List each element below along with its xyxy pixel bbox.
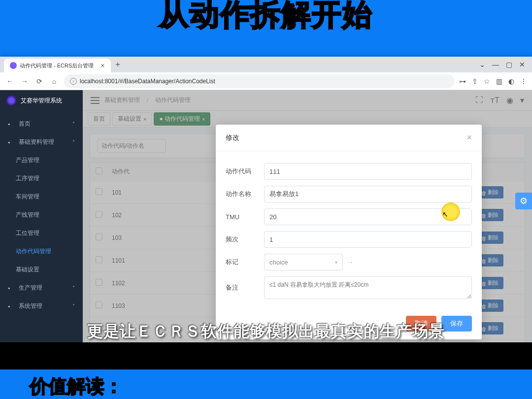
label-name: 动作名称	[226, 190, 264, 199]
url-text: localhost:8001/#/BaseDataManager/ActionC…	[80, 78, 215, 85]
menu-icon[interactable]: ⋮	[520, 77, 527, 85]
edit-modal: 修改 × 动作代码 动作名称 TMU	[216, 125, 482, 339]
modal-header: 修改 ×	[216, 125, 482, 151]
app-name: 艾赛华管理系统	[21, 97, 62, 105]
textarea-note[interactable]	[264, 276, 472, 299]
input-freq[interactable]	[264, 231, 472, 248]
sidebar-label: 动作代码管理	[16, 247, 51, 256]
minimize-icon[interactable]: —	[492, 61, 499, 68]
modal-body: 动作代码 动作名称 TMU 频次	[216, 151, 482, 311]
browser-window: 动作代码管理 - ECRS后台管理 × + ⌄ — ▢ ✕ ← → ⟳ ⌂ i …	[0, 57, 532, 342]
favicon-icon	[10, 62, 17, 69]
video-subtitle: 更是让ＥＣＲＳ软件能够模拟出最真实的生产场景	[0, 321, 532, 342]
app-logo[interactable]: 艾赛华管理系统	[0, 90, 83, 111]
sidebar-label: 基础设置	[16, 266, 39, 274]
select-tag[interactable]: choice ▾	[264, 254, 343, 270]
sidebar-label: 产品管理	[16, 156, 39, 165]
sidebar-item[interactable]: 工位管理	[0, 224, 83, 242]
window-controls: ⌄ — ▢ ✕	[479, 61, 532, 68]
input-code[interactable]	[264, 163, 472, 180]
modal-title: 修改	[226, 133, 239, 142]
sidebar-label: 首页	[19, 120, 31, 128]
main-area: 基础资料管理 / 动作代码管理 ⛶ ᴛT ◉ ▾ 首页基础设置 ×● 动作代码管…	[83, 90, 532, 342]
folder-icon: ▪	[8, 285, 15, 292]
folder-icon: ▪	[8, 139, 15, 146]
close-icon[interactable]: ✕	[519, 61, 525, 68]
reload-button[interactable]: ⟳	[34, 76, 44, 86]
label-freq: 频次	[226, 235, 264, 244]
sidebar-item[interactable]: 工序管理	[0, 169, 83, 188]
tab-close-icon[interactable]: ×	[100, 62, 104, 69]
footer-blue-band: 价值解读：	[0, 369, 532, 399]
sidebar-label: 生产管理	[19, 284, 42, 292]
chevron-down-icon: ▾	[335, 260, 337, 265]
arrow-right-icon[interactable]: →	[347, 258, 354, 266]
label-note: 备注	[226, 283, 264, 292]
label-code: 动作代码	[226, 167, 264, 176]
chevron-icon: ˄	[72, 139, 75, 145]
tab-title: 动作代码管理 - ECRS后台管理	[20, 62, 94, 69]
sidebar-item[interactable]: ▪首页˅	[0, 115, 83, 133]
addr-actions: ⊶ ⇪ ☆ ▥ ◐ ⋮	[459, 77, 527, 85]
footer-label: 价值解读：	[30, 374, 123, 399]
sidebar-label: 产线管理	[16, 211, 39, 219]
banner-top: 从动作拆解开始	[0, 0, 532, 47]
extension-icon[interactable]: ▥	[496, 77, 502, 85]
new-tab-button[interactable]: +	[111, 60, 125, 69]
sidebar-item[interactable]: 基础设置	[0, 261, 83, 279]
sidebar-menu: ▪首页˅▪基础资料管理˄产品管理工序管理车间管理产线管理工位管理动作代码管理基础…	[0, 111, 83, 315]
label-tag: 标记	[226, 258, 264, 266]
dashboard-icon: ▪	[8, 121, 15, 128]
address-bar: ← → ⟳ ⌂ i localhost:8001/#/BaseDataManag…	[0, 72, 532, 90]
sidebar-item[interactable]: 车间管理	[0, 188, 83, 206]
back-button[interactable]: ←	[5, 76, 15, 86]
browser-tab[interactable]: 动作代码管理 - ECRS后台管理 ×	[4, 59, 111, 72]
settings-float-icon[interactable]: ⚙	[515, 193, 532, 209]
sidebar-label: 工序管理	[16, 174, 39, 183]
sidebar-item[interactable]: 产品管理	[0, 151, 83, 169]
monitor-icon: ▪	[8, 303, 15, 310]
logo-icon	[6, 95, 17, 106]
input-tmu[interactable]	[264, 208, 472, 225]
select-value: choice	[269, 259, 288, 266]
browser-tab-strip: 动作代码管理 - ECRS后台管理 × + ⌄ — ▢ ✕	[0, 57, 532, 72]
sidebar: 艾赛华管理系统 ▪首页˅▪基础资料管理˄产品管理工序管理车间管理产线管理工位管理…	[0, 90, 83, 342]
key-icon[interactable]: ⊶	[459, 77, 466, 85]
chevron-icon: ˅	[72, 303, 75, 309]
input-name[interactable]	[264, 186, 472, 202]
site-info-icon[interactable]: i	[70, 78, 77, 85]
sidebar-label: 工位管理	[16, 229, 39, 237]
banner-title: 从动作拆解开始	[159, 0, 373, 30]
forward-button[interactable]: →	[20, 76, 30, 86]
sidebar-item[interactable]: ▪基础资料管理˄	[0, 133, 83, 151]
home-button[interactable]: ⌂	[49, 76, 59, 86]
label-tmu: TMU	[226, 213, 264, 221]
sidebar-label: 系统管理	[19, 302, 42, 310]
share-icon[interactable]: ⇪	[472, 77, 478, 85]
sidebar-item[interactable]: 产线管理	[0, 206, 83, 224]
chevron-down-icon[interactable]: ⌄	[479, 61, 485, 68]
chevron-icon: ˅	[72, 121, 75, 127]
sidebar-label: 基础资料管理	[19, 138, 54, 146]
sidebar-label: 车间管理	[16, 193, 39, 201]
sidebar-item[interactable]: 动作代码管理	[0, 242, 83, 261]
app-shell: 艾赛华管理系统 ▪首页˅▪基础资料管理˄产品管理工序管理车间管理产线管理工位管理…	[0, 90, 532, 342]
maximize-icon[interactable]: ▢	[506, 61, 512, 68]
star-icon[interactable]: ☆	[484, 77, 490, 85]
profile-icon[interactable]: ◐	[508, 77, 514, 85]
modal-close-icon[interactable]: ×	[466, 133, 472, 143]
sidebar-item[interactable]: ▪系统管理˅	[0, 297, 83, 315]
url-input[interactable]: i localhost:8001/#/BaseDataManager/Actio…	[64, 74, 454, 88]
sidebar-item[interactable]: ▪生产管理˅	[0, 279, 83, 297]
chevron-icon: ˅	[72, 285, 75, 291]
